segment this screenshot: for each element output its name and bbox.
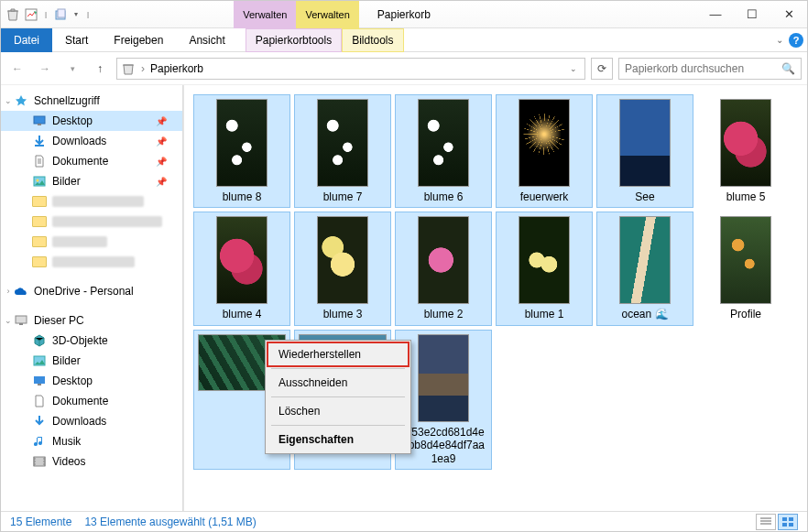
tree-desktop[interactable]: Desktop 📌 <box>1 111 183 131</box>
tree-label: 3D-Objekte <box>52 334 108 347</box>
svg-rect-11 <box>38 384 41 385</box>
tree-pc-downloads[interactable]: Downloads <box>1 411 183 431</box>
navigation-pane[interactable]: ⌄ Schnellzugriff Desktop 📌 Downloads 📌 D… <box>1 85 184 511</box>
qat-divider: | <box>83 10 93 18</box>
file-item[interactable]: feuerwerk <box>496 94 593 208</box>
desktop-icon <box>32 374 47 388</box>
help-icon[interactable]: ? <box>789 33 803 48</box>
view-large-icons-button[interactable] <box>778 514 798 530</box>
tree-label: Bilder <box>52 354 81 367</box>
tree-label: Downloads <box>52 415 106 428</box>
tab-label: Bildtools <box>352 34 393 47</box>
tree-downloads[interactable]: Downloads 📌 <box>1 131 183 151</box>
file-item[interactable]: Profile <box>697 212 794 325</box>
ribbon-subtab-recycle-tools[interactable]: Papierkorbtools <box>246 28 342 52</box>
file-item[interactable]: blume 8 <box>193 94 290 208</box>
tree-onedrive[interactable]: › OneDrive - Personal <box>1 281 183 301</box>
pin-icon[interactable]: 📌 <box>156 157 167 167</box>
nav-back-button[interactable]: ← <box>6 58 28 80</box>
address-input[interactable]: › Papierkorb ⌄ <box>116 58 585 80</box>
expand-icon[interactable]: ⌄ <box>3 96 14 105</box>
file-item[interactable]: blume 5 <box>697 94 794 208</box>
properties-qat-icon[interactable] <box>23 6 39 23</box>
search-icon[interactable]: 🔍 <box>781 62 795 75</box>
ribbon-tab-file[interactable]: Datei <box>1 28 52 52</box>
tree-label: Schnellzugriff <box>34 94 100 107</box>
tree-quick-access[interactable]: ⌄ Schnellzugriff <box>1 91 183 111</box>
maximize-button[interactable]: ☐ <box>734 1 770 28</box>
music-icon <box>32 434 47 449</box>
documents-icon <box>32 154 47 168</box>
ctx-cut[interactable]: Ausschneiden <box>268 371 409 395</box>
ribbon-context-tab-picture[interactable]: Verwalten <box>296 1 358 28</box>
tree-item-redacted[interactable] <box>1 252 183 272</box>
minimize-button[interactable]: — <box>697 1 734 28</box>
ribbon-subtab-picture-tools[interactable]: Bildtools <box>342 28 403 52</box>
breadcrumb-sep-icon[interactable]: › <box>139 62 147 75</box>
tree-pc-desktop[interactable]: Desktop <box>1 371 183 391</box>
downloads-icon <box>32 134 47 148</box>
pin-icon[interactable]: 📌 <box>156 136 167 147</box>
tree-documents[interactable]: Dokumente 📌 <box>1 151 183 171</box>
pin-icon[interactable]: 📌 <box>156 177 167 187</box>
search-input[interactable] <box>625 62 781 75</box>
status-selection: 13 Elemente ausgewählt (1,51 MB) <box>84 516 256 528</box>
tree-label: Musik <box>52 435 81 448</box>
file-item[interactable]: blume 1 <box>496 212 593 325</box>
tab-label: Start <box>65 34 88 47</box>
ribbon-tab-share[interactable]: Freigeben <box>101 28 176 52</box>
file-item[interactable]: blume 7 <box>294 94 391 208</box>
expand-icon[interactable]: ⌄ <box>3 316 14 325</box>
tab-label: Ansicht <box>189 34 224 47</box>
pin-icon[interactable]: 📌 <box>156 116 167 126</box>
tree-pc-videos[interactable]: Videos <box>1 451 183 472</box>
breadcrumb-location[interactable]: Papierkorb <box>150 62 203 75</box>
quick-access-icon <box>14 93 28 108</box>
tree-item-redacted[interactable] <box>1 232 183 252</box>
expand-icon[interactable]: › <box>3 287 14 296</box>
file-item[interactable]: ocean 🌊 <box>596 212 693 325</box>
file-item[interactable]: See <box>596 94 693 208</box>
address-dropdown-icon[interactable]: ⌄ <box>566 64 581 73</box>
nav-up-button[interactable]: ↑ <box>89 58 111 80</box>
ribbon-tab-view[interactable]: Ansicht <box>176 28 237 52</box>
tree-pc-pictures[interactable]: Bilder <box>1 351 183 371</box>
tree-label: OneDrive - Personal <box>34 285 134 298</box>
tree-item-redacted[interactable] <box>1 191 183 212</box>
file-item[interactable]: blume 2 <box>395 212 492 325</box>
tree-3d-objects[interactable]: 3D-Objekte <box>1 331 183 351</box>
file-item[interactable]: blume 3 <box>294 212 391 325</box>
refresh-button[interactable]: ⟳ <box>591 58 613 80</box>
ctx-properties[interactable]: Eigenschaften <box>268 428 409 451</box>
tree-item-redacted[interactable] <box>1 212 183 232</box>
search-box[interactable]: 🔍 <box>618 58 802 80</box>
svg-rect-7 <box>16 316 27 323</box>
ribbon-context-tab-recycle[interactable]: Verwalten <box>234 1 296 28</box>
onedrive-icon <box>14 284 28 299</box>
ctx-restore[interactable]: Wiederherstellen <box>268 342 409 366</box>
tree-pc-documents[interactable]: Dokumente <box>1 391 183 411</box>
tree-pc-music[interactable]: Musik <box>1 431 183 451</box>
file-item[interactable]: blume 6 <box>395 94 492 208</box>
recycle-bin-icon <box>121 61 136 76</box>
qat-dropdown-icon[interactable]: ▾ <box>71 10 82 18</box>
menu-separator <box>271 425 405 426</box>
restore-all-qat-icon[interactable] <box>52 6 69 23</box>
svg-rect-2 <box>58 9 65 17</box>
close-button[interactable]: ✕ <box>770 1 807 28</box>
thumbnail <box>418 216 469 304</box>
videos-icon <box>32 454 47 469</box>
tree-pictures[interactable]: Bilder 📌 <box>1 171 183 191</box>
recycle-bin-icon[interactable] <box>5 6 21 23</box>
ctx-tab-label: Verwalten <box>305 9 349 20</box>
nav-recent-dropdown[interactable]: ▾ <box>61 58 83 80</box>
view-details-button[interactable] <box>756 514 776 530</box>
thumbnail <box>418 99 469 187</box>
ribbon-tab-start[interactable]: Start <box>52 28 101 52</box>
ribbon-collapse-icon[interactable]: ⌄ <box>776 35 783 45</box>
file-item[interactable]: blume 4 <box>193 212 290 325</box>
ctx-delete[interactable]: Löschen <box>268 399 409 423</box>
nav-forward-button[interactable]: → <box>34 58 56 80</box>
desktop-icon <box>32 114 47 128</box>
tree-this-pc[interactable]: ⌄ Dieser PC <box>1 310 183 331</box>
